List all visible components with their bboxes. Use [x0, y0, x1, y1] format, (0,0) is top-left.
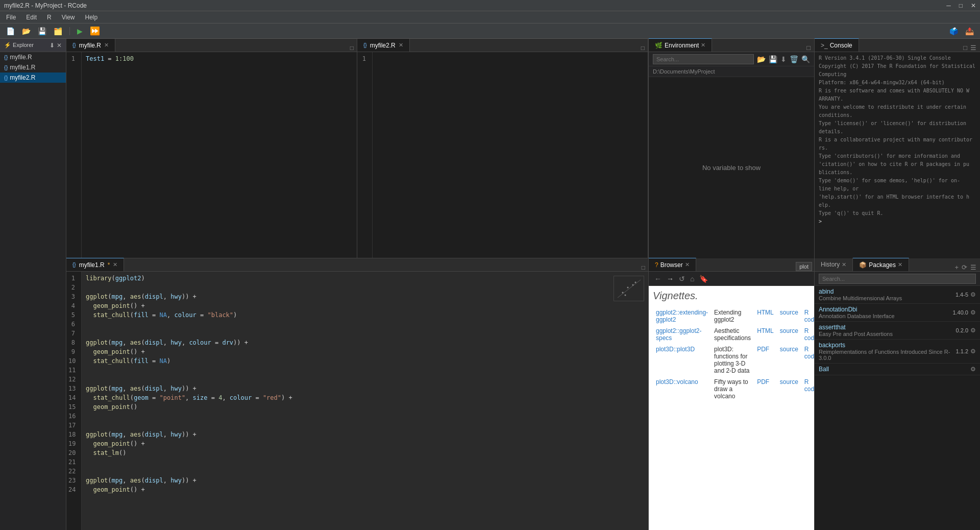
vignette-format-4-source[interactable]: source — [780, 378, 798, 386]
expand-all-icon[interactable]: ✕ — [57, 42, 62, 49]
pkg-gear-annotationdbi[interactable]: ⚙ — [970, 309, 976, 316]
packages-tab-close[interactable]: ✕ — [898, 261, 902, 268]
editor-expand-icon-2[interactable]: □ — [638, 44, 648, 52]
menu-file[interactable]: File — [2, 13, 20, 22]
vignette-link-3[interactable]: plot3D::plot3D — [656, 346, 695, 353]
load-workspace-btn[interactable]: 📤 — [963, 26, 976, 36]
minimize-btn[interactable]: ─ — [946, 2, 951, 9]
sidebar-item-myfile2[interactable]: {} myfile2.R — [0, 73, 66, 83]
code-area-myfile[interactable]: Test1 = 1:100 — [82, 52, 357, 258]
vignette-format-3-rcode[interactable]: R code — [804, 346, 814, 360]
tab-close-myfile1[interactable]: ✕ — [113, 261, 117, 268]
history-tab[interactable]: History ✕ — [815, 258, 853, 271]
refresh-btn[interactable]: ↺ — [677, 275, 687, 283]
open-file-btn[interactable]: 📂 — [20, 26, 33, 36]
code-area-myfile2[interactable] — [373, 52, 648, 258]
console-expand-icon[interactable]: □ — [962, 44, 969, 52]
pkg-item-abind[interactable]: abind Combine Multidimensional Arrays 1.… — [815, 286, 980, 304]
tab-myfile[interactable]: {} myfile.R ✕ — [66, 39, 115, 52]
sidebar-item-myfile[interactable]: {} myfile.R — [0, 52, 66, 62]
pkg-gear-backports[interactable]: ⚙ — [970, 348, 976, 355]
source-btn[interactable]: ⏩ — [88, 25, 102, 37]
close-btn[interactable]: ✕ — [971, 2, 976, 9]
env-save-btn[interactable]: 💾 — [769, 55, 777, 63]
back-btn[interactable]: ← — [653, 275, 663, 283]
console-tab[interactable]: >_ Console — [815, 38, 859, 52]
env-tab-close[interactable]: ✕ — [701, 42, 705, 49]
browser-tab-close[interactable]: ✕ — [685, 261, 690, 268]
editor-content-myfile1[interactable]: 12345 678910 1112131415 1617181920 21222… — [66, 272, 648, 530]
code-line-b16 — [86, 412, 644, 421]
env-tab[interactable]: 🌿 Environment ✕ — [649, 38, 712, 52]
code-area-myfile1[interactable]: library(ggplot2) ggplot(mpg, aes(displ, … — [82, 272, 648, 530]
maximize-btn[interactable]: □ — [959, 2, 963, 9]
plot-btn[interactable]: plot — [796, 262, 812, 271]
console-output-4: R is free software and comes with ABSOLU… — [819, 87, 976, 95]
forward-btn[interactable]: → — [665, 275, 675, 283]
env-clear-btn[interactable]: 🗑️ — [790, 55, 798, 63]
vignette-format-1-html[interactable]: HTML — [757, 309, 774, 316]
save-workspace-btn[interactable]: 🗳️ — [947, 26, 960, 36]
sidebar-item-myfile1[interactable]: {} myfile1.R — [0, 62, 66, 73]
collapse-all-icon[interactable]: ⬇ — [50, 42, 55, 49]
history-tab-close[interactable]: ✕ — [842, 261, 846, 268]
menu-edit[interactable]: Edit — [22, 13, 41, 22]
editor-content-myfile[interactable]: 1 Test1 = 1:100 — [66, 52, 357, 258]
pkg-gear-abind[interactable]: ⚙ — [970, 291, 976, 298]
vignette-format-2-html[interactable]: HTML — [757, 327, 774, 334]
console-output-6: conditions. — [819, 111, 976, 119]
vignette-format-2-source[interactable]: source — [780, 327, 798, 334]
tab-close-myfile[interactable]: ✕ — [104, 42, 109, 49]
code-line-b13: ggplot(mpg, aes(displ, hwy)) + — [86, 384, 644, 393]
toolbar: 📄 📂 💾 🗂️ ▶ ⏩ 🗳️ 📤 — [0, 23, 980, 39]
vignette-format-4-rcode[interactable]: R code — [804, 378, 814, 393]
tab-myfile1[interactable]: {} myfile1.R * ✕ — [66, 258, 124, 271]
pkg-desc-assertthat: Easy Pre and Post Assertions — [819, 331, 956, 337]
menu-help[interactable]: Help — [81, 13, 102, 22]
pkg-item-backports[interactable]: backports Reimplementations of Functions… — [815, 340, 980, 364]
home-btn[interactable]: ⌂ — [689, 275, 696, 283]
vignette-format-2-rcode[interactable]: R code — [804, 327, 814, 342]
console-menu-icon[interactable]: ☰ — [969, 44, 978, 52]
pkg-item-assertthat[interactable]: assertthat Easy Pre and Post Assertions … — [815, 322, 980, 340]
vignette-format-3-source[interactable]: source — [780, 346, 798, 353]
vignette-format-3-pdf[interactable]: PDF — [757, 346, 769, 353]
pkg-item-annotationdbi[interactable]: AnnotationDbi Annotation Database Interf… — [815, 304, 980, 322]
browser-nav: ← → ↺ ⌂ 🔖 — [649, 272, 814, 286]
browser-tab[interactable]: ? Browser ✕ — [649, 258, 696, 271]
save-all-btn[interactable]: 🗂️ — [52, 26, 64, 36]
menu-r[interactable]: R — [43, 13, 56, 22]
save-btn[interactable]: 💾 — [36, 26, 48, 36]
pkg-update-icon[interactable]: ⟳ — [960, 263, 969, 271]
env-import-btn[interactable]: ⬇ — [780, 55, 787, 63]
env-expand-icon[interactable]: □ — [805, 44, 812, 52]
vignette-link-1[interactable]: ggplot2::extending-ggplot2 — [656, 309, 708, 323]
pkg-item-ball[interactable]: Ball ⚙ — [815, 364, 980, 375]
tab-close-myfile2[interactable]: ✕ — [399, 42, 403, 49]
run-btn[interactable]: ▶ — [75, 26, 85, 36]
vignette-link-4[interactable]: plot3D::volcano — [656, 378, 698, 386]
bookmark-btn[interactable]: 🔖 — [698, 275, 709, 283]
new-file-btn[interactable]: 📄 — [4, 26, 17, 36]
pkg-gear-ball[interactable]: ⚙ — [970, 366, 976, 373]
console-content[interactable]: R Version 3.4.1 (2017-06-30) Single Cons… — [815, 52, 980, 258]
vignette-link-2[interactable]: ggplot2::ggplot2-specs — [656, 327, 701, 342]
env-load-btn[interactable]: 📂 — [757, 55, 766, 63]
menu-view[interactable]: View — [58, 13, 79, 22]
vignette-format-1-source[interactable]: source — [780, 309, 798, 316]
vignette-format-1-rcode[interactable]: R code — [804, 309, 814, 323]
pkg-gear-assertthat[interactable]: ⚙ — [970, 327, 976, 334]
editor-expand-icon-bottom[interactable]: □ — [639, 264, 648, 271]
packages-tab[interactable]: 📦 Packages ✕ — [853, 258, 909, 271]
editor-content-myfile2[interactable]: 1 — [357, 52, 648, 258]
env-search-input[interactable] — [653, 54, 754, 64]
browser-content[interactable]: Vignettes. ggplot2::extending-ggplot2 Ex… — [649, 286, 814, 530]
tab-modified-dot: * — [108, 261, 110, 269]
tab-myfile2[interactable]: {} myfile2.R ✕ — [357, 39, 410, 52]
pkg-add-icon[interactable]: + — [953, 263, 960, 271]
pkg-search-input[interactable] — [819, 274, 976, 284]
editor-expand-icon-1[interactable]: □ — [347, 44, 357, 52]
env-toggle-btn[interactable]: 🔍 — [801, 55, 810, 63]
vignette-format-4-pdf[interactable]: PDF — [757, 378, 769, 386]
pkg-menu-icon[interactable]: ☰ — [969, 263, 978, 271]
